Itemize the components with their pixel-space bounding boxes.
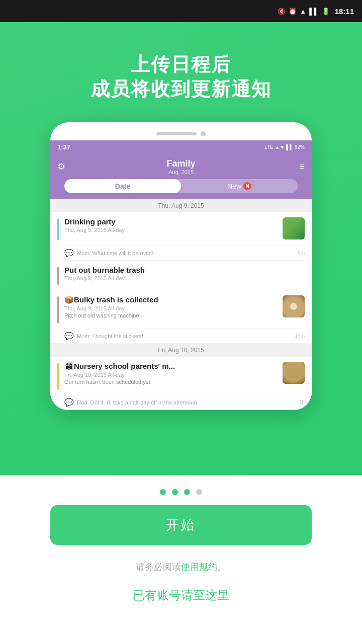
legal-link[interactable]: 使用规约 (181, 562, 217, 572)
green-section: 上传日程后 成员将收到更新通知 1:37 LTE ▲▼ ▌▌ 82% (0, 22, 362, 475)
header-text: 上传日程后 成员将收到更新通知 (0, 22, 362, 117)
comment-text-3: Mom: I bought the stickers! (77, 333, 295, 339)
dot-2 (172, 489, 178, 495)
inner-status-right: LTE ▲▼ ▌▌ 82% (264, 144, 305, 150)
date-separator-2: Fri, Aug 10, 2015 (50, 344, 312, 357)
event-note-4: Our turn hasn't been scheduled yet (64, 379, 279, 385)
white-section: 开始 请务必阅读使用规约。 已有账号请至这里 (0, 475, 362, 623)
event-color-bar-4 (57, 363, 59, 390)
event-thumb-4 (283, 362, 305, 384)
event-title-2: Put out burnable trash (64, 266, 305, 274)
comment-row-3: 💬 Mom: I bought the stickers! 15m (50, 329, 312, 344)
phone-screen: 1:37 LTE ▲▼ ▌▌ 82% ⚙ Family Aug, 2015 ≡ (50, 140, 312, 410)
event-list: Thu, Aug 9, 2015 Drinking party Thu, Aug… (50, 199, 312, 410)
tab-date[interactable]: Date (64, 179, 181, 193)
event-title-4: 👨‍👩‍👧Nursery school parents' m... (64, 362, 279, 371)
date-separator-1: Thu, Aug 9, 2015 (50, 199, 312, 212)
event-date-3: Thu, Aug 9, 2015 All-day (64, 305, 279, 311)
phone-speaker (156, 132, 197, 135)
menu-icon[interactable]: ≡ (291, 162, 305, 172)
bottom-link[interactable]: 已有账号请至这里 (0, 577, 362, 623)
event-color-bar-3 (57, 296, 59, 324)
comment-row-4: 💬 Dad: Got it. I'll take a half-day off … (50, 395, 312, 410)
mute-icon: 🔇 (278, 8, 286, 15)
event-title-1: Drinking party (64, 217, 279, 226)
status-time: 18:11 (335, 7, 354, 16)
comment-text-4: Dad: Got it. I'll take a half-day off in… (77, 399, 299, 406)
event-item-3[interactable]: 📦Bulky trash is collected Thu, Aug 9, 20… (50, 290, 312, 329)
start-button[interactable]: 开始 (50, 505, 312, 545)
event-content-3: 📦Bulky trash is collected Thu, Aug 9, 20… (64, 295, 279, 318)
header-title: 上传日程后 成员将收到更新通知 (20, 52, 342, 102)
event-item-1[interactable]: Drinking party Thu, Aug 9, 2015 All-day (50, 212, 312, 246)
event-item-2[interactable]: Put out burnable trash Thu, Aug 9, 2015 … (50, 261, 312, 290)
event-item-4[interactable]: 👨‍👩‍👧Nursery school parents' m... Fri, A… (50, 357, 312, 395)
app-title-container: Family Aug, 2015 (71, 158, 291, 175)
legal-text: 请务必阅读使用规约。 (0, 555, 362, 577)
event-thumb-3 (283, 295, 305, 317)
event-thumb-1 (283, 217, 305, 239)
comment-text-1: Mom: What time will it be over? (77, 250, 298, 256)
new-badge: N (243, 182, 251, 190)
wifi-icon: ▲ (300, 8, 306, 15)
phone-camera (201, 131, 206, 136)
event-date-2: Thu, Aug 9, 2015 All-day (64, 275, 305, 281)
phone-notch (50, 131, 312, 136)
inner-signal: LTE ▲▼ ▌▌ 82% (264, 144, 305, 150)
app-tabs: Date New N (64, 179, 298, 193)
event-content-1: Drinking party Thu, Aug 9, 2015 All-day (64, 217, 279, 233)
comment-icon-1: 💬 (64, 249, 74, 258)
inner-status-bar: 1:37 LTE ▲▼ ▌▌ 82% (50, 140, 312, 154)
event-color-bar-1 (57, 218, 59, 240)
app-subtitle: Aug, 2015 (71, 169, 291, 175)
comment-time-4: 1h (299, 399, 305, 405)
comment-icon-3: 💬 (64, 332, 74, 341)
start-button-wrap: 开始 (0, 505, 362, 555)
event-date-1: Thu, Aug 9, 2015 All-day (64, 227, 279, 233)
phone-mockup-container: 1:37 LTE ▲▼ ▌▌ 82% ⚙ Family Aug, 2015 ≡ (0, 122, 362, 410)
comment-time-1: 5m (298, 250, 305, 256)
event-color-bar-2 (57, 267, 59, 285)
event-date-4: Fri, Aug 10, 2015 All-day (64, 372, 279, 378)
event-note-3: Pitch out old washing machine (64, 312, 279, 318)
event-content-2: Put out burnable trash Thu, Aug 9, 2015 … (64, 266, 305, 281)
event-title-3: 📦Bulky trash is collected (64, 295, 279, 304)
tab-new[interactable]: New N (181, 179, 298, 193)
alarm-icon: ⏰ (289, 8, 297, 15)
settings-icon[interactable]: ⚙ (57, 161, 71, 172)
comment-time-3: 15m (295, 333, 305, 339)
comment-row-1: 💬 Mom: What time will it be over? 5m (50, 246, 312, 261)
dot-4 (196, 489, 202, 495)
signal-icon: ▌▌ (309, 8, 318, 15)
dots-row (0, 475, 362, 505)
dot-1 (160, 489, 166, 495)
status-bar-icons: 🔇 ⏰ ▲ ▌▌ 🔋 18:11 (278, 7, 354, 16)
app-header-top: ⚙ Family Aug, 2015 ≡ (57, 158, 305, 175)
event-content-4: 👨‍👩‍👧Nursery school parents' m... Fri, A… (64, 362, 279, 385)
app-header: ⚙ Family Aug, 2015 ≡ Date New (50, 154, 312, 199)
app-title-text: Family (71, 158, 291, 169)
dot-3 (184, 489, 190, 495)
phone-mockup: 1:37 LTE ▲▼ ▌▌ 82% ⚙ Family Aug, 2015 ≡ (50, 122, 312, 410)
battery-icon: 🔋 (322, 8, 330, 15)
status-bar: 🔇 ⏰ ▲ ▌▌ 🔋 18:11 (0, 0, 362, 22)
inner-time: 1:37 (57, 143, 70, 151)
comment-icon-4: 💬 (64, 398, 74, 407)
